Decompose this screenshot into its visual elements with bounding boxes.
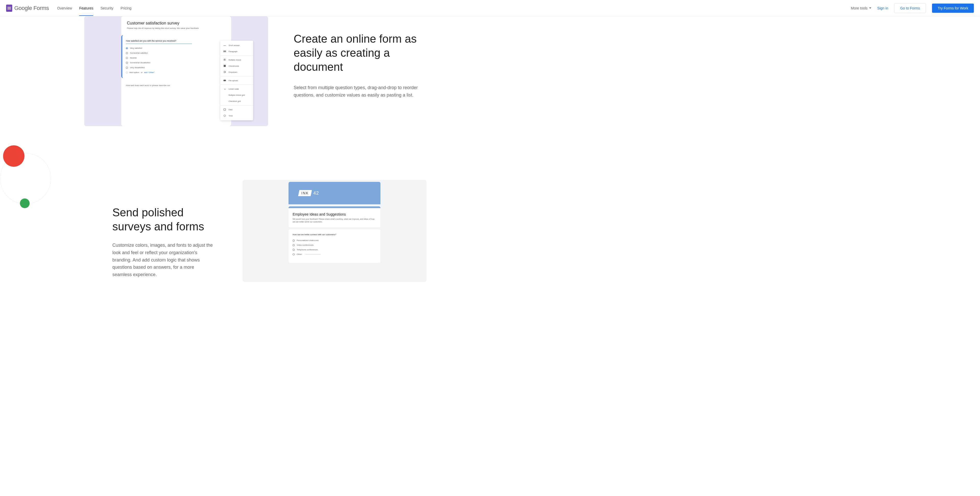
more-tools-dropdown[interactable]: More tools <box>851 6 871 10</box>
qtype-checkboxes: Checkboxes <box>220 63 253 69</box>
option-label: Somewhat dissatisfied <box>130 62 150 64</box>
logo-text: Google Forms <box>14 5 49 11</box>
option-label: Somewhat satisfied <box>130 52 148 54</box>
decorative-circles <box>0 145 51 212</box>
radio-option: Very satisfied <box>126 47 228 49</box>
qtype-label: File upload <box>229 80 238 82</box>
form-builder-mockup: Customer satisfaction survey Please help… <box>84 16 268 126</box>
brand-number: 42 <box>313 191 319 196</box>
section-send-polished: Send polished surveys and forms Customiz… <box>0 177 980 308</box>
qtype-linear-scale: •••Linear scale <box>220 86 253 92</box>
radio-icon <box>293 239 295 242</box>
header-left: Google Forms Overview Features Security … <box>6 0 132 16</box>
qtype-short-answer: Short answer <box>220 42 253 48</box>
form-header-card: Customer satisfaction survey Please help… <box>121 16 231 32</box>
radio-option: Personalized chatrooms <box>293 239 376 242</box>
nav-pricing[interactable]: Pricing <box>121 0 132 16</box>
nav-overview[interactable]: Overview <box>57 0 72 16</box>
nav-features[interactable]: Features <box>79 0 93 16</box>
go-to-forms-button[interactable]: Go to Forms <box>894 3 926 13</box>
header-right: More tools Sign in Go to Forms Try Forms… <box>851 3 974 13</box>
radio-options: Very satisfied Somewhat satisfied Neutra… <box>126 47 228 69</box>
brand-text: INK <box>301 191 309 195</box>
add-option-label: Add option <box>129 71 139 73</box>
try-forms-for-work-button[interactable]: Try Forms for Work <box>932 3 974 13</box>
form-question-card: How satisfied are you with the service y… <box>121 35 231 78</box>
qtype-paragraph: Paragraph <box>220 48 253 54</box>
form2: INK 42 Employee Ideas and Suggestions We… <box>288 182 380 282</box>
form2-banner: INK 42 <box>288 182 380 204</box>
qtype-label: Short answer <box>229 44 240 46</box>
option-label: Telephone conferences <box>297 249 318 251</box>
form2-question: How can we better connect with our custo… <box>293 233 376 236</box>
radio-icon <box>293 249 295 251</box>
ink-badge: INK <box>298 190 312 196</box>
radio-icon <box>126 52 128 54</box>
radio-icon <box>126 47 128 49</box>
qtype-dropdown: Dropdown <box>220 69 253 75</box>
form-mock: Customer satisfaction survey Please help… <box>121 16 231 126</box>
red-circle-icon <box>3 145 24 167</box>
option-label: Very satisfied <box>130 47 142 49</box>
form-question-card-2: How well does each word or phrase descri… <box>121 81 231 90</box>
radio-option: Somewhat dissatisfied <box>126 62 228 64</box>
radio-empty-icon <box>126 72 128 73</box>
form2-title-card: Employee Ideas and Suggestions We would … <box>288 206 380 227</box>
qtype-label: Multiple choice grid <box>229 94 245 96</box>
qtype-label: Checkboxes <box>229 65 239 67</box>
forms-icon <box>6 5 12 12</box>
section-2-body: Customize colors, images, and fonts to a… <box>112 242 215 278</box>
chevron-down-icon <box>869 7 871 9</box>
section-1-text: Create an online form as easily as creat… <box>294 32 424 99</box>
qtype-label: Paragraph <box>229 50 237 53</box>
radio-icon <box>126 67 128 69</box>
radio-icon <box>126 62 128 64</box>
qtype-label: Linear scale <box>229 88 239 90</box>
option-label: Personalized chatrooms <box>297 239 319 242</box>
radio-option: Other: <box>293 253 376 255</box>
qtype-label: Time <box>229 115 232 117</box>
radio-option: Somewhat satisfied <box>126 52 228 54</box>
sign-in-link[interactable]: Sign in <box>877 6 888 10</box>
qtype-multiple-choice: Multiple choice <box>220 57 253 63</box>
qtype-file-upload: File upload <box>220 77 253 83</box>
qtype-label: Multiple choice <box>229 59 241 61</box>
option-label: Video conferences <box>297 244 313 246</box>
qtype-cb-grid: Checkbox grid <box>220 98 253 104</box>
section-2-heading: Send polished surveys and forms <box>112 205 215 233</box>
form2-subtitle: We would love your feedback! Please shar… <box>293 218 376 223</box>
qtype-label: Date <box>229 108 232 111</box>
radio-option: Video conferences <box>293 244 376 246</box>
option-label: Neutral <box>130 57 137 59</box>
or-label: or <box>141 71 143 73</box>
radio-icon <box>293 254 295 255</box>
option-label: Very dissatisfied <box>130 66 145 69</box>
radio-option: Telephone conferences <box>293 249 376 251</box>
google-forms-logo[interactable]: Google Forms <box>6 5 49 12</box>
qtype-label: Checkbox grid <box>229 100 241 102</box>
qtype-date: Date <box>220 107 253 113</box>
qtype-time: Time <box>220 113 253 119</box>
question-title-2: How well does each word or phrase descri… <box>126 84 192 86</box>
qtype-mc-grid: Multiple choice grid <box>220 92 253 98</box>
radio-option: Neutral <box>126 57 228 59</box>
radio-icon <box>293 244 295 246</box>
add-option-row: Add option or add "Other" <box>126 71 228 73</box>
form-subtitle: Please help Ink-42 improve by taking thi… <box>127 27 226 29</box>
form2-question-card: How can we better connect with our custo… <box>288 230 380 263</box>
option-label: Other: <box>297 253 302 255</box>
page-content: Customer satisfaction survey Please help… <box>0 16 980 308</box>
radio-option: Very dissatisfied <box>126 66 228 69</box>
section-1-heading: Create an online form as easily as creat… <box>294 32 424 74</box>
question-type-menu: Short answer Paragraph Multiple choice C… <box>220 41 253 120</box>
section-1-body: Select from multiple question types, dra… <box>294 84 424 99</box>
question-title: How satisfied are you with the service y… <box>126 40 192 44</box>
section-create-form: Customer satisfaction survey Please help… <box>0 16 980 177</box>
form2-title: Employee Ideas and Suggestions <box>293 212 376 216</box>
more-tools-label: More tools <box>851 6 867 10</box>
main-header: Google Forms Overview Features Security … <box>0 0 980 16</box>
branded-form-mockup: INK 42 Employee Ideas and Suggestions We… <box>243 180 426 282</box>
nav-security[interactable]: Security <box>100 0 113 16</box>
form-title: Customer satisfaction survey <box>127 21 226 26</box>
qtype-label: Dropdown <box>229 71 237 73</box>
